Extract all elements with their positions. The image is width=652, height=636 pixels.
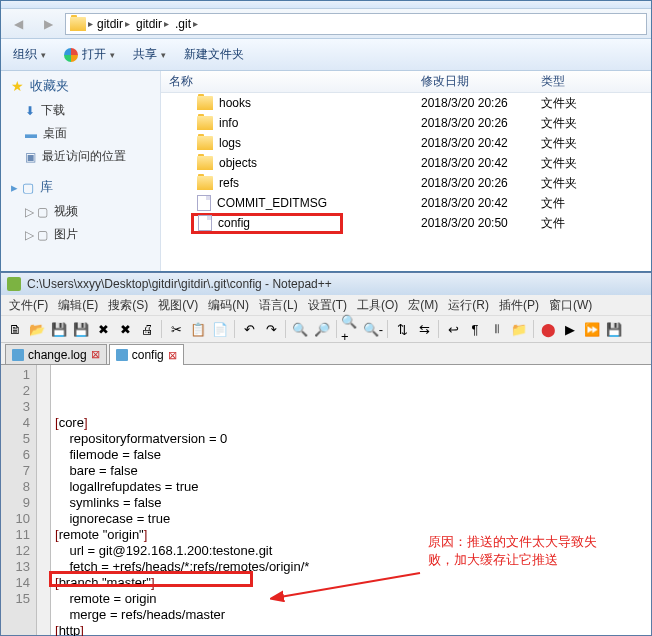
macro-rec-icon[interactable]: ⬤ — [538, 319, 558, 339]
macro-play-icon[interactable]: ▶ — [560, 319, 580, 339]
tab-close-icon[interactable]: ⊠ — [168, 349, 177, 362]
breadcrumb[interactable]: gitdir ▸ — [95, 17, 132, 31]
npp-titlebar: C:\Users\xxyy\Desktop\gitdir\gitdir\.git… — [1, 273, 651, 295]
indent-guide-icon[interactable]: ⫴ — [487, 319, 507, 339]
back-button[interactable]: ◀ — [5, 12, 31, 36]
find-icon[interactable]: 🔍 — [290, 319, 310, 339]
command-bar: 组织 ▾ 打开 ▾ 共享 ▾ 新建文件夹 — [1, 39, 651, 71]
file-row[interactable]: objects2018/3/20 20:42文件夹 — [161, 153, 651, 173]
code-line[interactable]: [core] — [55, 415, 647, 431]
file-row[interactable]: hooks2018/3/20 20:26文件夹 — [161, 93, 651, 113]
file-row[interactable]: COMMIT_EDITMSG2018/3/20 20:42文件 — [161, 193, 651, 213]
close-icon[interactable]: ✖ — [93, 319, 113, 339]
sync-h-icon[interactable]: ⇆ — [414, 319, 434, 339]
file-icon — [12, 349, 24, 361]
menu-item[interactable]: 工具(O) — [353, 297, 402, 314]
sidebar-item-videos[interactable]: ▷ ▢视频 — [11, 200, 150, 223]
print-icon[interactable]: 🖨 — [137, 319, 157, 339]
menu-item[interactable]: 搜索(S) — [104, 297, 152, 314]
npp-app-icon — [7, 277, 21, 291]
save-all-icon[interactable]: 💾 — [71, 319, 91, 339]
folder-icon — [70, 17, 86, 31]
col-name-header[interactable]: 名称 — [161, 73, 421, 90]
menu-item[interactable]: 运行(R) — [444, 297, 493, 314]
forward-button[interactable]: ▶ — [35, 12, 61, 36]
sidebar-item-recent[interactable]: ▣最近访问的位置 — [11, 145, 150, 168]
code-line[interactable]: filemode = false — [55, 447, 647, 463]
col-date-header[interactable]: 修改日期 — [421, 73, 541, 90]
breadcrumb[interactable]: gitdir ▸ — [134, 17, 171, 31]
folder-icon — [197, 176, 213, 190]
annotation-arrow-icon — [270, 565, 430, 605]
code-line[interactable]: repositoryformatversion = 0 — [55, 431, 647, 447]
open-file-icon[interactable]: 📂 — [27, 319, 47, 339]
close-all-icon[interactable]: ✖ — [115, 319, 135, 339]
sidebar-item-downloads[interactable]: ⬇下载 — [11, 99, 150, 122]
npp-menubar: 文件(F)编辑(E)搜索(S)视图(V)编码(N)语言(L)设置(T)工具(O)… — [1, 295, 651, 315]
file-row[interactable]: logs2018/3/20 20:42文件夹 — [161, 133, 651, 153]
replace-icon[interactable]: 🔎 — [312, 319, 332, 339]
star-icon: ★ — [11, 78, 24, 94]
share-menu[interactable]: 共享 ▾ — [133, 46, 166, 63]
libraries-header[interactable]: ▸ ▢库 — [11, 178, 150, 196]
menu-item[interactable]: 编码(N) — [204, 297, 253, 314]
sync-v-icon[interactable]: ⇅ — [392, 319, 412, 339]
menu-item[interactable]: 编辑(E) — [54, 297, 102, 314]
menu-item[interactable]: 视图(V) — [154, 297, 202, 314]
sidebar-item-pictures[interactable]: ▷ ▢图片 — [11, 223, 150, 246]
fold-margin[interactable] — [37, 365, 51, 635]
cut-icon[interactable]: ✂ — [166, 319, 186, 339]
copy-icon[interactable]: 📋 — [188, 319, 208, 339]
paste-icon[interactable]: 📄 — [210, 319, 230, 339]
undo-icon[interactable]: ↶ — [239, 319, 259, 339]
macro-save-icon[interactable]: 💾 — [604, 319, 624, 339]
folder-icon — [197, 116, 213, 130]
code-line[interactable]: symlinks = false — [55, 495, 647, 511]
explorer-sidebar: ★收藏夹 ⬇下载 ▬桌面 ▣最近访问的位置 ▸ ▢库 ▷ ▢视频 ▷ ▢图片 — [1, 71, 161, 271]
file-row[interactable]: refs2018/3/20 20:26文件夹 — [161, 173, 651, 193]
menu-item[interactable]: 宏(M) — [404, 297, 442, 314]
breadcrumb[interactable]: .git ▸ — [173, 17, 200, 31]
lang-icon[interactable]: 📁 — [509, 319, 529, 339]
open-icon — [64, 48, 78, 62]
editor-tab[interactable]: config⊠ — [109, 344, 184, 365]
chevron-right-icon: ▸ — [88, 18, 93, 29]
zoom-out-icon[interactable]: 🔍- — [363, 319, 383, 339]
redo-icon[interactable]: ↷ — [261, 319, 281, 339]
favorites-header[interactable]: ★收藏夹 — [11, 77, 150, 95]
code-line[interactable]: ignorecase = true — [55, 511, 647, 527]
menu-item[interactable]: 插件(P) — [495, 297, 543, 314]
new-file-icon[interactable]: 🗎 — [5, 319, 25, 339]
file-icon — [198, 215, 212, 231]
folder-icon — [197, 156, 213, 170]
code-line[interactable]: logallrefupdates = true — [55, 479, 647, 495]
zoom-in-icon[interactable]: 🔍+ — [341, 319, 361, 339]
nav-row: ◀ ▶ ▸ gitdir ▸ gitdir ▸ .git ▸ — [1, 9, 651, 39]
editor-tab[interactable]: change.log⊠ — [5, 344, 107, 364]
config-highlight: config — [191, 213, 343, 234]
menu-item[interactable]: 设置(T) — [304, 297, 351, 314]
word-wrap-icon[interactable]: ↩ — [443, 319, 463, 339]
menu-item[interactable]: 文件(F) — [5, 297, 52, 314]
code-line[interactable]: [http] — [55, 623, 647, 636]
macro-multi-icon[interactable]: ⏩ — [582, 319, 602, 339]
open-menu[interactable]: 打开 ▾ — [64, 46, 115, 63]
menu-item[interactable]: 窗口(W) — [545, 297, 596, 314]
file-list-pane: 名称 修改日期 类型 hooks2018/3/20 20:26文件夹info20… — [161, 71, 651, 271]
menu-item[interactable]: 语言(L) — [255, 297, 302, 314]
show-all-chars-icon[interactable]: ¶ — [465, 319, 485, 339]
file-icon — [197, 195, 211, 211]
npp-title-text: C:\Users\xxyy\Desktop\gitdir\gitdir\.git… — [27, 277, 332, 291]
code-line[interactable]: bare = false — [55, 463, 647, 479]
sidebar-item-desktop[interactable]: ▬桌面 — [11, 122, 150, 145]
organize-menu[interactable]: 组织 ▾ — [13, 46, 46, 63]
highlight-http-section — [49, 571, 253, 587]
col-type-header[interactable]: 类型 — [541, 73, 601, 90]
address-bar[interactable]: ▸ gitdir ▸ gitdir ▸ .git ▸ — [65, 13, 647, 35]
tab-close-icon[interactable]: ⊠ — [91, 348, 100, 361]
new-folder-button[interactable]: 新建文件夹 — [184, 46, 244, 63]
file-row[interactable]: info2018/3/20 20:26文件夹 — [161, 113, 651, 133]
save-icon[interactable]: 💾 — [49, 319, 69, 339]
code-line[interactable]: merge = refs/heads/master — [55, 607, 647, 623]
file-row[interactable]: config2018/3/20 20:50文件 — [161, 213, 651, 233]
